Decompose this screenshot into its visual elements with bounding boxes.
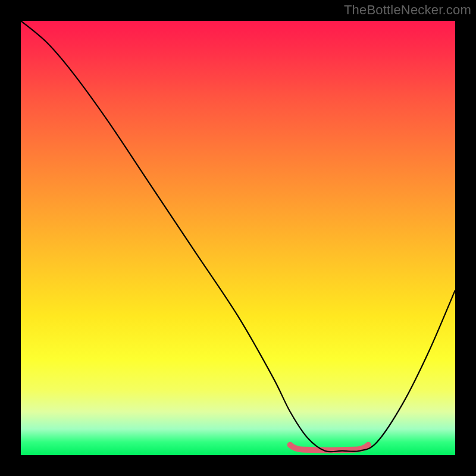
chart-frame: TheBottleNecker.com <box>0 0 476 476</box>
optimal-band-marker <box>290 445 368 450</box>
watermark-text: TheBottleNecker.com <box>344 2 471 18</box>
plot-area <box>21 21 455 455</box>
bottleneck-curve-line <box>21 21 455 452</box>
chart-svg <box>21 21 455 455</box>
